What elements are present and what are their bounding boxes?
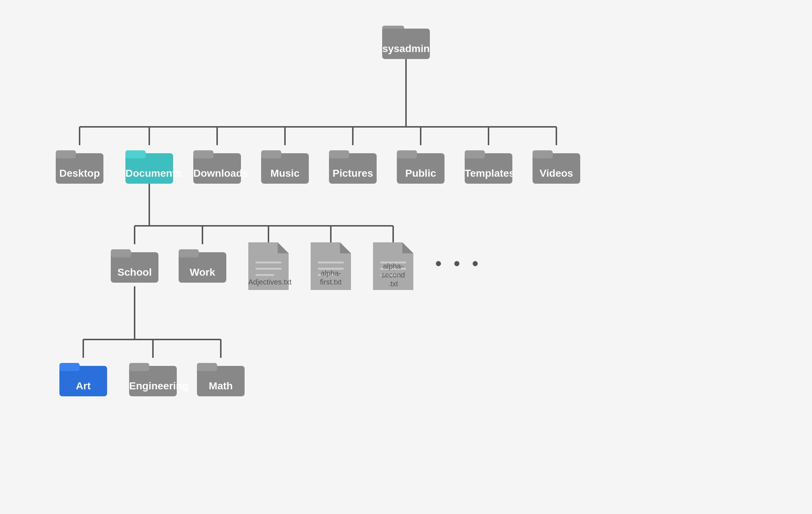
folder-engineering[interactable]: Engineering — [129, 358, 177, 396]
folder-templates[interactable]: Templates — [465, 145, 512, 184]
folder-icon-sysadmin: sysadmin — [382, 21, 430, 59]
folder-icon-school: School — [111, 244, 158, 283]
svg-marker-46 — [278, 242, 289, 253]
folder-icon-math: Math — [197, 358, 245, 396]
svg-rect-63 — [129, 363, 149, 371]
file-adjectives[interactable]: Adjectives.txt — [248, 242, 289, 290]
file-alpha-second[interactable]: alpha-second.txt — [373, 242, 413, 290]
folder-videos[interactable]: Videos — [533, 145, 580, 184]
folder-school[interactable]: School — [111, 244, 158, 283]
folder-sysadmin[interactable]: sysadmin — [382, 21, 430, 59]
svg-rect-38 — [465, 150, 485, 158]
folder-icon-documents: Documents — [125, 145, 173, 184]
svg-rect-26 — [56, 150, 76, 158]
svg-rect-42 — [111, 249, 131, 257]
folder-icon-work: Work — [179, 244, 226, 283]
svg-rect-44 — [179, 249, 199, 257]
folder-math[interactable]: Math — [197, 358, 245, 396]
svg-rect-30 — [193, 150, 213, 158]
folder-icon-public: Public — [397, 145, 445, 184]
folder-desktop[interactable]: Desktop — [56, 145, 103, 184]
svg-rect-24 — [382, 29, 430, 59]
folder-icon-pictures: Pictures — [329, 145, 377, 184]
ellipsis-indicator: • • • — [435, 253, 482, 273]
svg-marker-51 — [340, 242, 351, 253]
folder-icon-templates: Templates — [465, 145, 512, 184]
folder-icon-music: Music — [261, 145, 309, 184]
svg-rect-34 — [329, 150, 349, 158]
folder-downloads[interactable]: Downloads — [193, 145, 241, 184]
folder-icon-art: Art — [59, 358, 107, 396]
folder-icon-desktop: Desktop — [56, 145, 103, 184]
folder-documents[interactable]: Documents — [125, 145, 173, 184]
folder-work[interactable]: Work — [179, 244, 226, 283]
svg-rect-28 — [125, 150, 146, 158]
folder-public[interactable]: Public — [397, 145, 445, 184]
folder-music[interactable]: Music — [261, 145, 309, 184]
folder-art[interactable]: Art — [59, 358, 107, 396]
file-alpha-first[interactable]: alpha-first.txt — [311, 242, 351, 290]
svg-marker-56 — [402, 242, 413, 253]
folder-pictures[interactable]: Pictures — [329, 145, 377, 184]
folder-icon-videos: Videos — [533, 145, 580, 184]
svg-rect-65 — [197, 363, 217, 371]
file-icon-adjectives: Adjectives.txt — [248, 242, 289, 290]
file-icon-alpha-first: alpha-first.txt — [311, 242, 351, 290]
svg-rect-36 — [397, 150, 417, 158]
tree-container: sysadmin Desktop Documents — [21, 10, 791, 504]
svg-rect-61 — [59, 363, 80, 371]
svg-rect-40 — [533, 150, 553, 158]
folder-icon-engineering: Engineering — [129, 358, 177, 396]
folder-icon-downloads: Downloads — [193, 145, 241, 184]
file-icon-alpha-second: alpha-second.txt — [373, 242, 413, 290]
svg-rect-32 — [261, 150, 281, 158]
